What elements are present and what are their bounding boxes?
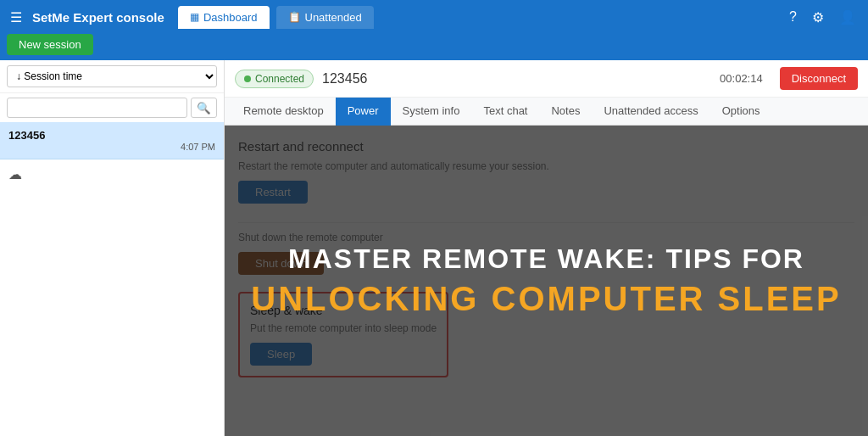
help-button[interactable]: ?	[784, 6, 802, 28]
connected-dot	[244, 75, 251, 82]
settings-button[interactable]: ⚙	[807, 6, 829, 29]
connection-bar: Connected 123456 00:02:14 Disconnect	[225, 60, 868, 98]
sidebar: ↓ Session time 🔍 123456 4:07 PM ☁	[0, 60, 225, 436]
tab-unattended[interactable]: 📋 Unattended	[276, 6, 374, 29]
unattended-icon: 📋	[288, 11, 301, 23]
session-cloud-row: ☁	[0, 159, 224, 189]
connection-session-number: 123456	[322, 71, 711, 87]
session-sort-select[interactable]: ↓ Session time	[7, 65, 217, 87]
tab-unattended-access[interactable]: Unattended access	[592, 98, 709, 126]
tabs-bar: Remote desktop Power System info Text ch…	[225, 98, 868, 126]
connected-label: Connected	[255, 73, 304, 85]
list-item[interactable]: 123456 4:07 PM	[0, 122, 224, 159]
sidebar-filter: ↓ Session time	[0, 60, 224, 93]
sidebar-search-row: 🔍	[0, 93, 224, 122]
nav-right: ? ⚙ 👤	[784, 6, 861, 29]
session-id-label: 123456	[8, 129, 215, 142]
new-session-button[interactable]: New session	[7, 34, 93, 55]
cloud-icon: ☁	[8, 167, 22, 182]
tab-options[interactable]: Options	[710, 98, 772, 126]
tab-dashboard[interactable]: ▦ Dashboard	[178, 6, 270, 29]
app-title: SetMe Expert console	[32, 10, 164, 25]
disconnect-button[interactable]: Disconnect	[780, 67, 858, 90]
account-button[interactable]: 👤	[834, 6, 861, 29]
dashboard-icon: ▦	[190, 11, 199, 23]
sidebar-search-button[interactable]: 🔍	[191, 98, 217, 118]
overlay-line2: UNLOCKING COMPUTER SLEEP	[251, 280, 841, 318]
tab-power[interactable]: Power	[336, 98, 391, 126]
overlay: MASTER REMOTE WAKE: TIPS FOR UNLOCKING C…	[225, 126, 868, 436]
top-nav: ☰ SetMe Expert console ▦ Dashboard 📋 Una…	[0, 0, 868, 34]
session-timer: 00:02:14	[720, 72, 763, 85]
main-layout: ↓ Session time 🔍 123456 4:07 PM ☁ Connec…	[0, 60, 868, 436]
overlay-line1: MASTER REMOTE WAKE: TIPS FOR	[288, 243, 804, 275]
tab-text-chat[interactable]: Text chat	[471, 98, 539, 126]
sidebar-search-input[interactable]	[7, 98, 187, 118]
tab-system-info[interactable]: System info	[391, 98, 472, 126]
power-panel: Restart and reconnect Restart the remote…	[225, 126, 868, 436]
main-content: Connected 123456 00:02:14 Disconnect Rem…	[225, 60, 868, 436]
connected-badge: Connected	[235, 70, 314, 88]
hamburger-icon[interactable]: ☰	[7, 6, 25, 29]
session-time-label: 4:07 PM	[8, 142, 215, 152]
tab-notes[interactable]: Notes	[539, 98, 592, 126]
tab-remote-desktop[interactable]: Remote desktop	[231, 98, 336, 126]
sub-nav: New session	[0, 34, 868, 60]
